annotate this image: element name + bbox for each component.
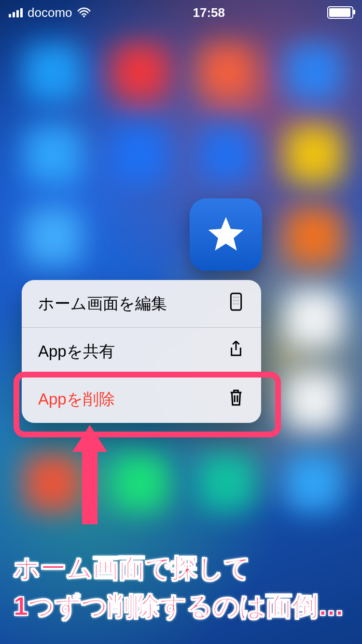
share-icon (227, 340, 245, 363)
caption-line-2: 1つずつ削除するのは面倒… (14, 591, 344, 620)
focused-app-icon[interactable] (190, 198, 262, 271)
cellular-signal-icon (9, 8, 23, 17)
menu-item-label: Appを削除 (38, 389, 115, 410)
menu-item-label: ホーム画面を編集 (38, 293, 167, 315)
ios-home-screen: docomo 17:58 ホーム画面を編集 Appを共有 Ap (0, 0, 362, 644)
svg-point-0 (83, 15, 85, 17)
menu-item-delete-app[interactable]: Appを削除 (22, 376, 261, 423)
caption-line-1: ホーム画面で探して (14, 553, 251, 582)
menu-item-share-app[interactable]: Appを共有 (22, 328, 261, 375)
annotation-caption: ホーム画面で探して 1つずつ削除するのは面倒… (14, 549, 352, 625)
status-bar: docomo 17:58 (0, 0, 362, 22)
menu-item-edit-homescreen[interactable]: ホーム画面を編集 (22, 280, 261, 327)
star-icon (204, 212, 248, 257)
homescreen-edit-icon (227, 292, 245, 315)
annotation-arrow (72, 425, 107, 524)
svg-rect-1 (231, 294, 241, 310)
battery-icon (327, 6, 353, 19)
carrier-label: docomo (28, 5, 72, 20)
app-context-menu: ホーム画面を編集 Appを共有 Appを削除 (22, 280, 261, 423)
trash-icon (227, 388, 245, 411)
wifi-icon (77, 7, 91, 18)
clock: 17:58 (91, 5, 328, 20)
menu-item-label: Appを共有 (38, 341, 115, 363)
